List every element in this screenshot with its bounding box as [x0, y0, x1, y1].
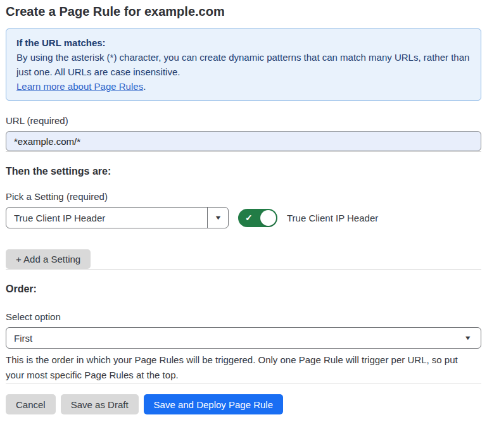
setting-select-value: True Client IP Header — [6, 213, 207, 223]
section-divider — [6, 383, 481, 383]
settings-section-heading: Then the settings are: — [6, 165, 481, 178]
setting-toggle[interactable]: ✓ — [238, 209, 277, 227]
order-select-label: Select option — [6, 311, 481, 323]
info-box-heading: If the URL matches: — [16, 35, 471, 50]
add-setting-button[interactable]: + Add a Setting — [6, 249, 91, 269]
setting-toggle-label: True Client IP Header — [287, 213, 378, 223]
chevron-down-icon: ▼ — [214, 215, 222, 221]
url-field-label: URL (required) — [6, 115, 481, 127]
url-match-info-box: If the URL matches: By using the asteris… — [6, 28, 481, 101]
pick-setting-label: Pick a Setting (required) — [6, 191, 481, 202]
learn-more-link[interactable]: Learn more about Page Rules — [16, 81, 143, 92]
order-section-heading: Order: — [6, 283, 481, 296]
section-divider — [6, 269, 481, 270]
order-select[interactable]: First ▼ — [6, 327, 481, 349]
form-actions: Cancel Save as Draft Save and Deploy Pag… — [6, 394, 481, 414]
setting-row: True Client IP Header ▼ ✓ True Client IP… — [6, 207, 481, 228]
info-link-suffix: . — [143, 81, 146, 92]
toggle-knob — [260, 210, 276, 226]
cancel-button[interactable]: Cancel — [6, 394, 56, 414]
setting-select-arrow-button[interactable]: ▼ — [207, 208, 228, 228]
setting-select[interactable]: True Client IP Header ▼ — [6, 207, 229, 228]
info-link-row: Learn more about Page Rules. — [16, 79, 471, 94]
check-icon: ✓ — [245, 213, 253, 222]
chevron-down-icon: ▼ — [464, 335, 484, 341]
save-and-deploy-button[interactable]: Save and Deploy Page Rule — [144, 394, 283, 414]
create-page-rule-form: Create a Page Rule for example.com If th… — [0, 0, 487, 414]
section-divider — [6, 151, 481, 152]
url-input[interactable] — [6, 131, 481, 151]
info-box-body: By using the asterisk (*) character, you… — [16, 50, 471, 79]
save-as-draft-button[interactable]: Save as Draft — [61, 394, 139, 414]
page-title: Create a Page Rule for example.com — [6, 3, 481, 20]
order-help-text: This is the order in which your Page Rul… — [6, 352, 478, 383]
order-select-value: First — [6, 333, 467, 344]
